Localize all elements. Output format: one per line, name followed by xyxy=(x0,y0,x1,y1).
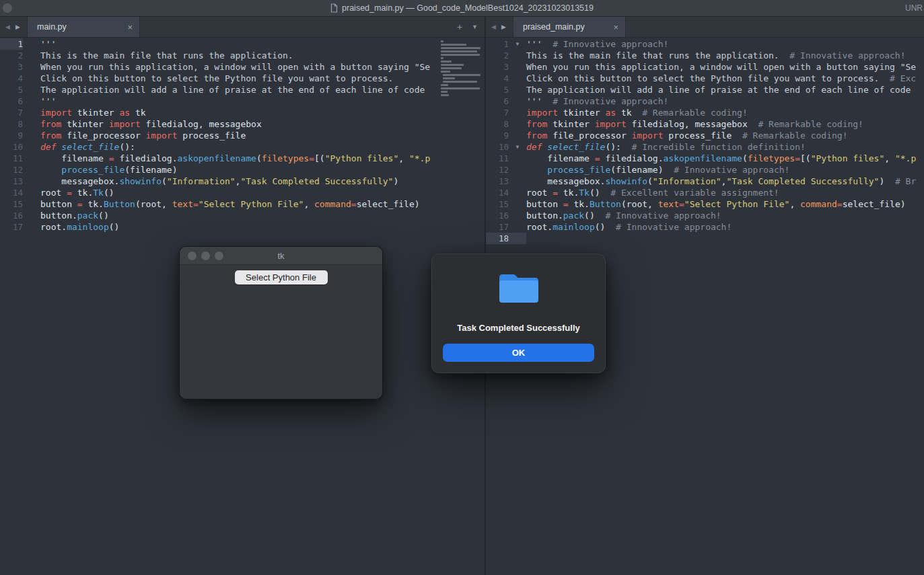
line-number[interactable]: 18 xyxy=(486,233,509,244)
line-number[interactable]: 12 xyxy=(486,164,509,176)
back-arrow-icon[interactable]: ◀ xyxy=(5,24,10,30)
code-line[interactable]: 1''' xyxy=(0,38,438,50)
ok-button[interactable]: OK xyxy=(443,344,594,362)
minimap[interactable] xyxy=(439,39,485,98)
line-number[interactable]: 9 xyxy=(0,130,23,141)
fold-gutter xyxy=(509,164,526,176)
code-line[interactable]: 5The application will add a line of prai… xyxy=(0,84,438,95)
code-line[interactable]: 6''' # Innovative approach! xyxy=(486,95,924,107)
code-line[interactable]: 1▼''' # Innovative approach! xyxy=(486,38,924,50)
code-line[interactable]: 8from tkinter import filedialog, message… xyxy=(0,118,438,130)
line-number[interactable]: 10 xyxy=(486,141,509,153)
line-number[interactable]: 2 xyxy=(0,50,23,61)
line-number[interactable]: 12 xyxy=(0,164,23,176)
line-number[interactable]: 7 xyxy=(0,107,23,118)
forward-arrow-icon[interactable]: ▶ xyxy=(15,24,20,30)
line-number[interactable]: 17 xyxy=(0,221,23,233)
line-number[interactable]: 5 xyxy=(0,84,23,95)
line-number[interactable]: 16 xyxy=(486,210,509,221)
fold-gutter xyxy=(509,50,526,61)
new-tab-icon[interactable]: + xyxy=(457,22,462,32)
tk-title-bar[interactable]: tk xyxy=(180,247,382,265)
code-line[interactable]: 17root.mainloop() # Innovative approach! xyxy=(486,221,924,233)
code-line[interactable]: 11 filename = filedialog.askopenfilename… xyxy=(486,153,924,164)
zoom-window-icon[interactable] xyxy=(215,252,223,260)
code-line[interactable]: 9from file_processor import process_file… xyxy=(486,130,924,141)
minimize-window-icon[interactable] xyxy=(201,252,210,260)
code-line[interactable]: 16button.pack() xyxy=(0,210,438,221)
tab-label: main.py xyxy=(37,22,67,32)
fold-gutter xyxy=(509,118,526,130)
code-text: This is the main file that runs the appl… xyxy=(526,50,906,61)
line-number[interactable]: 11 xyxy=(0,153,23,164)
line-number[interactable]: 15 xyxy=(486,198,509,210)
line-number[interactable]: 17 xyxy=(486,221,509,233)
editor-window: praised_main.py — Good_code_ModelBest102… xyxy=(0,0,924,575)
tab-overflow-icon[interactable]: ▼ xyxy=(472,24,478,30)
line-number[interactable]: 2 xyxy=(486,50,509,61)
code-line[interactable]: 2This is the main file that runs the app… xyxy=(0,50,438,61)
tab-praised-main-py[interactable]: praised_main.py × xyxy=(513,17,626,37)
line-number[interactable]: 14 xyxy=(486,187,509,198)
select-python-file-button[interactable]: Select Python File xyxy=(235,270,328,284)
close-window-icon[interactable] xyxy=(188,252,197,260)
code-line[interactable]: 3When you run this application, a window… xyxy=(0,61,438,73)
line-number[interactable]: 14 xyxy=(0,187,23,198)
line-number[interactable]: 5 xyxy=(486,84,509,95)
line-number[interactable]: 13 xyxy=(0,176,23,187)
line-number[interactable]: 6 xyxy=(486,95,509,107)
line-number[interactable]: 8 xyxy=(486,118,509,130)
code-line[interactable]: 15button = tk.Button(root, text="Select … xyxy=(0,198,438,210)
code-line[interactable]: 15button = tk.Button(root, text="Select … xyxy=(486,198,924,210)
line-number[interactable]: 7 xyxy=(486,107,509,118)
code-line[interactable]: 16button.pack() # Innovative approach! xyxy=(486,210,924,221)
code-line[interactable]: 11 filename = filedialog.askopenfilename… xyxy=(0,153,438,164)
line-number[interactable]: 4 xyxy=(0,73,23,84)
line-number[interactable]: 3 xyxy=(486,61,509,73)
code-line[interactable]: 4Click on this button to select the Pyth… xyxy=(0,73,438,84)
code-line[interactable]: 17root.mainloop() xyxy=(0,221,438,233)
close-icon[interactable]: × xyxy=(120,22,133,32)
line-number[interactable]: 16 xyxy=(0,210,23,221)
code-line[interactable]: 7import tkinter as tk xyxy=(0,107,438,118)
code-line[interactable]: 14root = tk.Tk() # Excellent variable as… xyxy=(486,187,924,198)
fold-arrow-icon[interactable]: ▼ xyxy=(509,141,526,153)
code-line[interactable]: 13 messagebox.showinfo("Information","Ta… xyxy=(486,176,924,187)
line-number[interactable]: 15 xyxy=(0,198,23,210)
line-number[interactable]: 6 xyxy=(0,95,23,107)
code-line[interactable]: 4Click on this button to select the Pyth… xyxy=(486,73,924,84)
code-line[interactable]: 10▼def select_file(): # Incredible funct… xyxy=(486,141,924,153)
line-number[interactable]: 1 xyxy=(486,38,509,50)
code-line[interactable]: 13 messagebox.showinfo("Information","Ta… xyxy=(0,176,438,187)
code-line[interactable]: 14root = tk.Tk() xyxy=(0,187,438,198)
line-number[interactable]: 10 xyxy=(0,141,23,153)
line-number[interactable]: 11 xyxy=(486,153,509,164)
back-arrow-icon[interactable]: ◀ xyxy=(491,24,496,30)
line-number[interactable]: 8 xyxy=(0,118,23,130)
fold-arrow-icon[interactable]: ▼ xyxy=(509,38,526,50)
code-text: from tkinter import filedialog, messageb… xyxy=(40,118,262,130)
code-line[interactable]: 3When you run this application, a window… xyxy=(486,61,924,73)
code-line[interactable]: 18 xyxy=(486,233,924,244)
line-number[interactable]: 4 xyxy=(486,73,509,84)
fold-gutter xyxy=(509,153,526,164)
code-line[interactable]: 2This is the main file that runs the app… xyxy=(486,50,924,61)
forward-arrow-icon[interactable]: ▶ xyxy=(501,24,506,30)
close-icon[interactable]: × xyxy=(606,22,618,32)
code-line[interactable]: 10def select_file(): xyxy=(0,141,438,153)
code-line[interactable]: 9from file_processor import process_file xyxy=(0,130,438,141)
code-line[interactable]: 7import tkinter as tk # Remarkable codin… xyxy=(486,107,924,118)
tab-main-py[interactable]: main.py × xyxy=(27,17,140,37)
code-line[interactable]: 12 process_file(filename) # Innovative a… xyxy=(486,164,924,176)
line-number[interactable]: 1 xyxy=(0,38,23,50)
license-status: UNR xyxy=(905,3,923,13)
code-line[interactable]: 6''' xyxy=(0,95,438,107)
code-line[interactable]: 5The application will add a line of prai… xyxy=(486,84,924,95)
minimap-line xyxy=(441,54,480,56)
line-number[interactable]: 9 xyxy=(486,130,509,141)
line-number[interactable]: 3 xyxy=(0,61,23,73)
window-control-icon[interactable] xyxy=(3,3,12,13)
line-number[interactable]: 13 xyxy=(486,176,509,187)
code-line[interactable]: 8from tkinter import filedialog, message… xyxy=(486,118,924,130)
code-line[interactable]: 12 process_file(filename) xyxy=(0,164,438,176)
